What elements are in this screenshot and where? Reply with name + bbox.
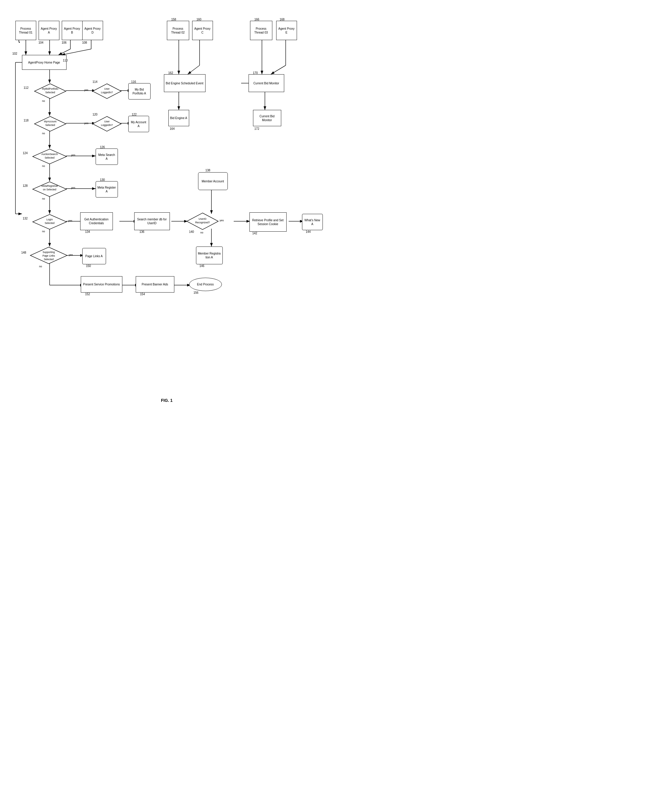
num-130: 130 [100,178,105,181]
userid-recognized-diamond: UserID Recognized? [186,213,219,230]
agent-proxy-c: Agent Proxy C [192,21,213,40]
svg-text:Supporting: Supporting [43,251,55,254]
no-label-7: no [39,265,42,268]
no-label-6: no [201,231,203,234]
supporting-page-links-diamond: Supporting Page Links Selected [30,246,68,264]
num-152: 152 [85,292,90,296]
svg-text:LoggedIn?: LoggedIn? [101,124,113,126]
agent-proxy-home-page: AgentProxy Home Page [22,55,66,70]
num-166: 166 [254,18,260,21]
process-thread-01: Process Thread 01 [15,21,36,40]
num-162: 162 [168,71,173,75]
svg-text:Selected: Selected [45,91,55,94]
svg-line-5 [58,49,70,55]
svg-text:UserID: UserID [198,218,206,220]
svg-text:Recognized?: Recognized? [195,221,210,224]
svg-text:LoggedIn?: LoggedIn? [101,91,113,94]
member-account: Member Account [198,172,228,190]
my-bid-portfolio-a: My Bid Portfolio A [128,83,151,100]
num-146: 146 [199,264,205,267]
current-bid-monitor-top: Current Bid Monitor [249,74,284,92]
num-118: 118 [24,119,29,122]
num-126: 126 [100,146,105,149]
process-thread-02: Process Thread 02 [167,21,189,40]
num-108: 108 [82,41,87,44]
yes-label-3: yes [71,154,75,156]
num-168: 168 [280,18,285,21]
present-service-promotions: Present Service Promotions [81,276,122,292]
login-selected-diamond: LogIn Selected [32,214,67,230]
svg-line-7 [61,49,91,55]
num-110: 110 [63,59,68,62]
num-132: 132 [23,217,28,220]
num-140: 140 [189,230,194,233]
svg-text:MetaRegistrati: MetaRegistrati [41,184,58,188]
myaccount-selected-diamond: MyAccount Selected [34,116,66,132]
yes-label-5: yes [68,219,73,222]
meta-search-a: Meta Search A [96,148,118,165]
num-104: 104 [38,41,44,44]
no-label-3: no [42,164,45,168]
no-label-1: no [42,100,45,103]
agent-proxy-d: Agent Proxy D [82,21,103,40]
current-bid-monitor-box: Current Bid Monitor [253,110,281,126]
retrieve-profile: Retrieve Profile and Set Session Cookie [249,213,287,232]
bid-engine-a: Bid Engine A [168,110,189,126]
user-logged-in-1-diamond: User LoggedIn? [92,83,122,100]
get-auth-credentials: Get Authentication Credentials [80,213,113,230]
no-label-4: no [42,197,45,200]
meta-registration-selected-diamond: MetaRegistrati on Selected [32,181,67,198]
end-process: End Process [189,278,222,291]
figure-title: FIG. 1 [0,398,334,403]
mybidportfolio-selected-diamond: MyBidPortfolio Selected [34,83,66,100]
num-114: 114 [93,80,98,83]
num-122: 122 [132,113,137,116]
num-124: 124 [23,151,28,155]
no-label-5: no [42,230,45,233]
num-148: 148 [22,251,27,254]
num-170: 170 [253,71,258,75]
member-registration-a: Member Registra tion A [196,246,223,264]
yes-label-1: yes [85,88,88,91]
yes-label-4: yes [71,186,75,189]
num-156: 156 [194,291,199,294]
no-label-2: no [42,132,45,135]
num-158: 158 [171,18,176,21]
num-150: 150 [86,264,91,267]
flowchart-diagram: 102 { Process Thread 01 Agent Proxy A Ag… [3,6,330,392]
svg-text:MyAccount: MyAccount [44,120,56,123]
num-160: 160 [197,18,202,21]
num-106: 106 [62,41,67,44]
num-164: 164 [170,127,175,130]
svg-text:Selected: Selected [45,156,54,159]
my-account-a: My Account A [128,116,149,132]
agent-proxy-b: Agent Proxy B [62,21,83,40]
yes-label-6: yes [220,219,224,222]
num-172: 172 [254,127,260,130]
num-138: 138 [206,169,211,172]
svg-text:on Selected: on Selected [43,188,56,191]
num-134: 134 [85,230,90,233]
yes-label-7: yes [69,253,73,256]
svg-text:User: User [104,120,110,123]
num-102: 102 [12,52,18,55]
agent-proxy-a: Agent Proxy A [38,21,60,40]
user-logged-in-2-diamond: User LoggedIn? [92,116,122,132]
num-154: 154 [140,292,145,296]
num-142: 142 [252,232,257,235]
meta-register-a: Meta Register A [96,181,118,198]
svg-text:Selected: Selected [45,124,55,126]
svg-text:Selected: Selected [44,258,53,261]
agent-proxy-e: Agent Proxy E [276,21,297,40]
svg-line-17 [187,65,199,74]
whats-new-a: What's New A [302,214,323,230]
bid-engine-scheduled-event: Bid Engine Scheduled Event [164,74,206,92]
num-128: 128 [23,184,28,188]
search-member-db: Search member db for UserID [134,213,170,230]
num-112: 112 [24,86,29,90]
svg-text:MyBidPortfolio: MyBidPortfolio [42,87,58,90]
svg-text:Page Links: Page Links [42,254,55,257]
num-136: 136 [139,230,144,233]
yes-label-2: yes [85,122,88,125]
present-banner-ads: Present Banner Ads [136,276,174,292]
